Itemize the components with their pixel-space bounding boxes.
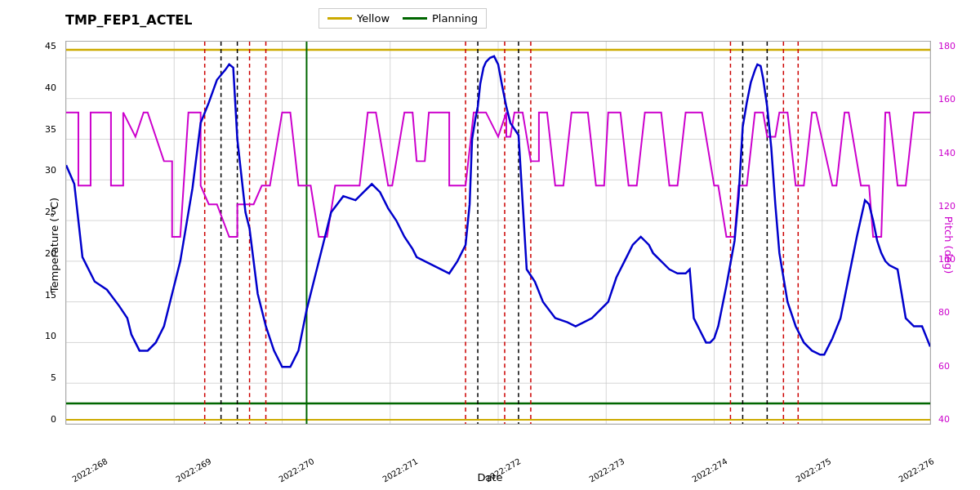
- plot-svg: [66, 42, 930, 424]
- x-axis: 2022:268 2022:269 2022:270 2022:271 2022…: [65, 457, 931, 466]
- plot-area: [65, 41, 931, 425]
- y-label-right: Pitch (deg): [942, 216, 954, 274]
- chart-title: TMP_FEP1_ACTEL: [65, 12, 192, 28]
- yellow-line-icon: [327, 17, 352, 20]
- yellow-label: Yellow: [357, 12, 390, 24]
- x-label: Date: [477, 471, 502, 483]
- legend: Yellow Planning: [318, 8, 487, 29]
- planning-line-icon: [403, 17, 427, 20]
- chart-container: TMP_FEP1_ACTEL Yellow Planning 45 40 35 …: [0, 0, 980, 490]
- planning-label: Planning: [432, 12, 478, 24]
- legend-yellow: Yellow: [327, 12, 390, 24]
- legend-planning: Planning: [403, 12, 478, 24]
- y-label-left: Temperature (° C): [48, 198, 60, 292]
- grid-vlines: [66, 42, 930, 424]
